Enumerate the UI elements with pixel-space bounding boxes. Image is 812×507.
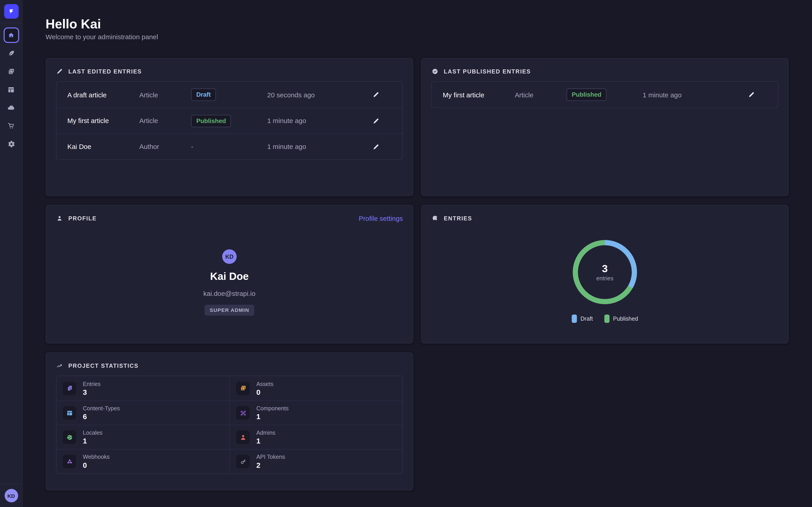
stat-webhooks: Webhooks 0: [56, 449, 230, 473]
entry-updated: 20 seconds ago: [267, 91, 360, 99]
stat-label: Content-Types: [83, 405, 120, 412]
panel-title: PROJECT STATISTICS: [68, 362, 139, 369]
table-row: My first article Article Published 1 min…: [432, 82, 778, 108]
empty-grid-cell: [421, 352, 789, 491]
cart-icon[interactable]: [7, 122, 15, 130]
images-icon[interactable]: [7, 67, 15, 76]
main-content: Hello Kai Welcome to your administration…: [23, 0, 812, 507]
project-statistics-panel: PROJECT STATISTICS Entries 3 Assets 0: [46, 352, 413, 491]
entry-kind: Article: [139, 117, 191, 125]
entry-updated: 1 minute ago: [267, 117, 360, 125]
stat-value: 1: [83, 437, 102, 445]
page-subtitle: Welcome to your administration panel: [46, 33, 812, 42]
status-badge: Draft: [191, 89, 216, 101]
home-icon: [7, 31, 15, 39]
stat-value: 0: [256, 388, 273, 396]
stat-components: Components 1: [230, 400, 402, 425]
pencil-icon: [372, 91, 379, 98]
check-circle-icon: [432, 68, 439, 75]
puzzle-icon: [432, 215, 439, 222]
stat-label: Components: [256, 405, 289, 412]
legend-label: Draft: [580, 316, 593, 322]
entry-name: My first article: [67, 117, 139, 125]
pencil-icon: [748, 91, 755, 98]
legend-item-draft: Draft: [571, 315, 593, 323]
stat-value: 1: [256, 437, 275, 445]
cloud-icon[interactable]: [7, 103, 15, 112]
sidebar-bottom-divider: [0, 484, 22, 484]
panel-title: LAST PUBLISHED ENTRIES: [444, 68, 531, 74]
entry-kind: Article: [515, 91, 567, 99]
components-icon: [239, 409, 247, 417]
stat-label: Locales: [83, 430, 102, 436]
last-published-entries-panel: LAST PUBLISHED ENTRIES My first article …: [421, 58, 789, 196]
sidebar: KD: [0, 0, 23, 507]
stat-label: Entries: [83, 381, 101, 387]
legend-item-published: Published: [604, 315, 638, 323]
published-swatch: [604, 315, 609, 323]
strapi-admin-dashboard: KD Hello Kai Welcome to your administrat…: [0, 0, 812, 507]
stat-value: 6: [83, 412, 120, 421]
role-badge: SUPER ADMIN: [205, 305, 254, 316]
entry-name: A draft article: [67, 91, 139, 99]
stat-locales: Locales 1: [56, 425, 230, 449]
pencil-icon: [372, 143, 379, 150]
status-empty: -: [191, 143, 267, 151]
panel-title: ENTRIES: [444, 215, 472, 222]
page-header: Hello Kai Welcome to your administration…: [46, 17, 812, 42]
stat-admins: Admins 1: [230, 425, 402, 449]
picture-icon: [239, 384, 247, 392]
stat-value: 0: [83, 461, 110, 469]
status-badge: Published: [191, 115, 231, 127]
stat-api-tokens: API Tokens 2: [230, 449, 402, 473]
stat-label: API Tokens: [256, 454, 285, 461]
profile-name: Kai Doe: [210, 270, 249, 282]
person-icon: [56, 215, 63, 222]
entry-kind: Article: [139, 91, 191, 99]
sidebar-item-home[interactable]: [3, 27, 19, 43]
stat-content-types: Content-Types 6: [56, 400, 230, 425]
edit-entry-button[interactable]: [372, 143, 379, 150]
table-row: A draft article Article Draft 20 seconds…: [56, 82, 402, 108]
draft-swatch: [571, 315, 577, 323]
entries-unit: entries: [596, 275, 613, 281]
edit-entry-button[interactable]: [372, 91, 379, 98]
strapi-logo-icon[interactable]: [4, 4, 18, 18]
key-icon: [239, 458, 247, 465]
stats-table: Entries 3 Assets 0 Content-Types 6: [56, 376, 403, 474]
entry-name: My first article: [443, 91, 515, 99]
globe-icon: [65, 433, 73, 441]
last-edited-table: A draft article Article Draft 20 seconds…: [56, 81, 403, 160]
stat-value: 3: [83, 388, 101, 396]
table-row: Kai Doe Author - 1 minute ago: [56, 133, 402, 159]
layout-icon[interactable]: [7, 86, 15, 94]
edit-entry-button[interactable]: [748, 91, 755, 98]
entry-updated: 1 minute ago: [643, 91, 736, 99]
sidebar-divider: [0, 23, 22, 23]
dashboard-grid: LAST EDITED ENTRIES A draft article Arti…: [46, 58, 812, 490]
pencil-icon: [56, 68, 63, 75]
stat-value: 1: [256, 412, 289, 421]
panel-title: PROFILE: [68, 215, 97, 222]
stat-value: 2: [256, 461, 285, 469]
edit-entry-button[interactable]: [372, 117, 379, 124]
documents-icon: [65, 384, 73, 392]
entry-name: Kai Doe: [67, 143, 139, 151]
user-avatar[interactable]: KD: [4, 489, 18, 503]
profile-settings-link[interactable]: Profile settings: [359, 215, 403, 222]
entries-panel: ENTRIES 3 entries: [421, 205, 789, 343]
entry-kind: Author: [139, 143, 191, 151]
stat-label: Admins: [256, 430, 275, 436]
pencil-icon: [372, 117, 379, 124]
feather-icon[interactable]: [7, 49, 15, 58]
chart-legend: Draft Published: [571, 315, 638, 323]
profile-panel: PROFILE Profile settings KD Kai Doe kai.…: [46, 205, 413, 343]
status-badge: Published: [567, 89, 607, 101]
trend-up-icon: [56, 362, 63, 369]
entries-count: 3: [602, 263, 608, 274]
last-edited-entries-panel: LAST EDITED ENTRIES A draft article Arti…: [46, 58, 413, 196]
stat-label: Webhooks: [83, 454, 110, 461]
layout-icon: [65, 409, 73, 417]
user-icon: [239, 433, 247, 441]
gear-icon[interactable]: [7, 140, 15, 149]
